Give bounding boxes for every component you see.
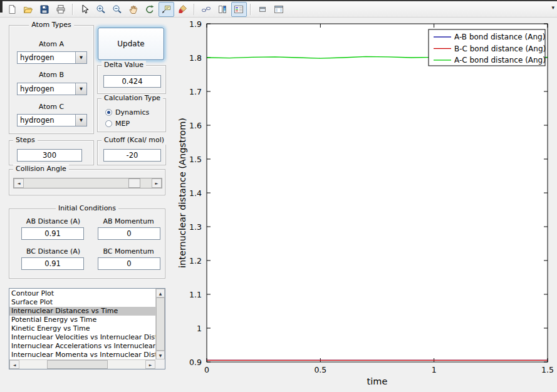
- steps-input[interactable]: [17, 149, 82, 162]
- steps-panel: Steps: [9, 140, 94, 165]
- printer-icon: [56, 4, 66, 14]
- scrollbar-corner: [155, 359, 165, 369]
- dynamics-radio-label: Dynamics: [115, 108, 149, 116]
- ab-momentum-input[interactable]: [98, 227, 160, 240]
- y-tick-label: 1.2: [189, 256, 202, 266]
- dynamics-radio[interactable]: Dynamics: [105, 108, 149, 116]
- delta-value-input[interactable]: [103, 75, 161, 88]
- collision-angle-panel: Collision Angle ◄ ►: [9, 169, 165, 195]
- list-item[interactable]: Internuclear Accelerations vs Internucle…: [9, 342, 155, 351]
- window-left-edge: [0, 0, 3, 13]
- collision-angle-slider[interactable]: ◄ ►: [13, 178, 162, 188]
- chevron-down-icon[interactable]: ▼: [75, 52, 86, 63]
- radio-dot-icon[interactable]: [105, 109, 112, 116]
- zoom-in-button[interactable]: [93, 2, 109, 17]
- bc-momentum-input[interactable]: [98, 257, 160, 270]
- atom-b-dropdown[interactable]: hydrogen ▼: [17, 83, 87, 95]
- arrow-cursor-icon: [80, 4, 90, 14]
- horizontal-scroll-track[interactable]: [19, 360, 145, 369]
- ab-momentum-label: AB Momentum: [91, 217, 166, 225]
- legend-label: A-C bond distance (Ang): [454, 56, 546, 64]
- chevron-down-icon[interactable]: ▼: [75, 83, 86, 95]
- y-tick-label: 1.8: [189, 53, 202, 63]
- y-tick-label: 1.4: [189, 188, 202, 198]
- scroll-down-arrow-icon[interactable]: ▼: [156, 351, 165, 359]
- toolbar-separator: [72, 4, 73, 15]
- scroll-left-arrow-icon[interactable]: ◄: [9, 360, 19, 369]
- vertical-scroll-thumb[interactable]: [156, 297, 165, 351]
- new-figure-button[interactable]: [4, 2, 20, 17]
- legend-label: A-B bond distance (Ang): [454, 33, 545, 41]
- initial-conditions-panel: Initial Conditions AB Distance (A) AB Mo…: [9, 209, 165, 279]
- slider-left-arrow-button[interactable]: ◄: [14, 178, 24, 188]
- panel-title: Steps: [13, 136, 38, 145]
- listbox-vertical-scrollbar[interactable]: ▲ ▼: [155, 289, 165, 359]
- atom-a-value: hydrogen: [18, 52, 75, 63]
- y-tick-label: 1.5: [189, 155, 202, 164]
- panel-title: Calculation Type: [102, 94, 163, 103]
- zoom-in-icon: [96, 4, 106, 14]
- y-tick-label: 0.9: [189, 358, 202, 367]
- atom-b-value: hydrogen: [18, 83, 75, 95]
- list-item[interactable]: Internuclear Momenta vs Internuclear Dis…: [9, 351, 155, 359]
- delta-value-panel: Delta Value: [97, 65, 166, 94]
- x-tick-label: 0: [204, 365, 209, 374]
- y-tick-label: 1.6: [189, 121, 202, 130]
- x-tick-label: 0.5: [314, 365, 326, 374]
- ab-distance-input[interactable]: [21, 227, 84, 240]
- bc-momentum-label: BC Momentum: [91, 247, 166, 255]
- panel-title: Atom Types: [29, 21, 74, 29]
- hand-pan-icon: [128, 4, 138, 14]
- list-item[interactable]: Internuclear Velocities vs Internuclear …: [9, 333, 155, 342]
- print-figure-button[interactable]: [53, 2, 69, 17]
- slider-right-arrow-button[interactable]: ►: [152, 178, 162, 188]
- chevron-down-icon[interactable]: ▼: [75, 115, 86, 126]
- y-tick-label: 1.7: [189, 87, 202, 96]
- edit-plot-button[interactable]: [77, 2, 93, 17]
- list-item[interactable]: Internuclear Distances vs Time: [9, 307, 155, 316]
- save-floppy-icon: [39, 4, 49, 14]
- open-folder-icon: [23, 4, 33, 14]
- y-tick-label: 1: [197, 324, 202, 333]
- pan-button[interactable]: [126, 2, 142, 17]
- mep-radio[interactable]: MEP: [105, 120, 130, 128]
- x-axis-label: time: [367, 376, 388, 386]
- plot-area[interactable]: 00.511.50.911.11.21.31.41.51.61.71.81.9i…: [169, 0, 557, 392]
- list-item[interactable]: Surface Plot: [9, 298, 155, 307]
- save-figure-button[interactable]: [37, 2, 53, 17]
- horizontal-scroll-thumb[interactable]: [47, 360, 107, 369]
- list-item[interactable]: Contour Plot: [9, 289, 155, 298]
- atom-c-label: Atom C: [9, 103, 93, 111]
- rotate-3d-button[interactable]: [142, 2, 158, 17]
- list-item[interactable]: Kinetic Energy vs Time: [9, 324, 155, 333]
- slider-thumb[interactable]: [128, 178, 140, 188]
- atom-c-dropdown[interactable]: hydrogen ▼: [17, 114, 87, 126]
- open-file-button[interactable]: [21, 2, 36, 17]
- y-tick-label: 1.9: [189, 19, 202, 29]
- plot-type-listbox[interactable]: Contour PlotSurface PlotInternuclear Dis…: [9, 288, 165, 369]
- axes-background[interactable]: [207, 24, 548, 362]
- new-file-icon: [7, 4, 17, 14]
- atom-a-label: Atom A: [9, 40, 93, 48]
- x-tick-label: 1.5: [541, 365, 554, 374]
- atom-b-label: Atom B: [9, 71, 93, 79]
- radio-dot-icon[interactable]: [105, 120, 112, 127]
- scroll-right-arrow-icon[interactable]: ►: [145, 360, 155, 369]
- list-item[interactable]: Potential Energy vs Time: [9, 316, 155, 324]
- y-axis-label: internuclear distance (Angstrom): [177, 118, 187, 268]
- listbox-horizontal-scrollbar[interactable]: ◄ ►: [9, 359, 155, 369]
- zoom-out-button[interactable]: [110, 2, 125, 17]
- scroll-up-arrow-icon[interactable]: ▲: [156, 289, 165, 297]
- atom-types-panel: Atom Types Atom A hydrogen ▼ Atom B hydr…: [9, 25, 94, 134]
- y-tick-label: 1.1: [189, 290, 202, 299]
- panel-title: Cutoff (Kcal/ mol): [102, 136, 167, 145]
- update-button[interactable]: Update: [98, 28, 164, 60]
- atom-a-dropdown[interactable]: hydrogen ▼: [17, 51, 87, 64]
- y-tick-label: 1.3: [189, 222, 202, 232]
- panel-title: Collision Angle: [13, 165, 69, 173]
- bc-distance-input[interactable]: [21, 257, 84, 270]
- bc-distance-label: BC Distance (A): [16, 247, 91, 255]
- slider-track[interactable]: [24, 178, 152, 188]
- cutoff-input[interactable]: [103, 149, 161, 162]
- panel-title: Delta Value: [102, 61, 146, 70]
